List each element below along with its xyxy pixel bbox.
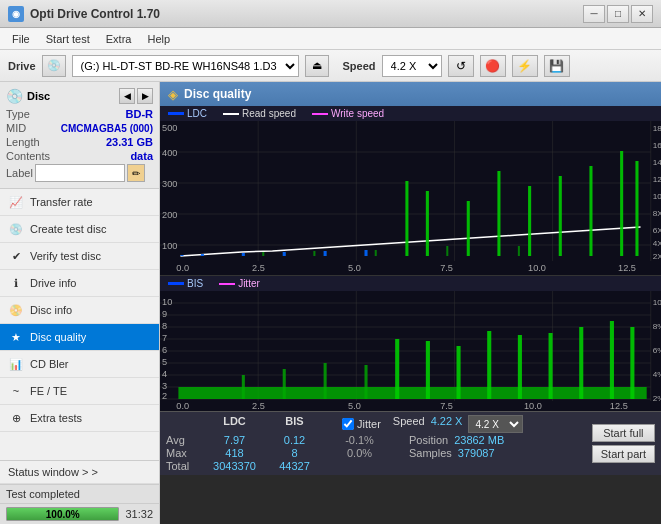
svg-text:2.5: 2.5 (252, 401, 265, 411)
create-test-disc-icon: 💿 (8, 221, 24, 237)
stats-max-label: Max (166, 447, 202, 459)
disc-section-title: Disc (27, 90, 50, 102)
jitter-checkbox[interactable] (342, 418, 354, 430)
sidebar-item-verify-test-disc[interactable]: ✔ Verify test disc (0, 243, 159, 270)
svg-text:4: 4 (162, 369, 167, 379)
legend-ldc: LDC (168, 108, 207, 119)
status-window-button[interactable]: Status window > > (0, 461, 159, 484)
sidebar-item-extra-tests[interactable]: ⊕ Extra tests (0, 405, 159, 432)
sidebar-item-create-test-disc[interactable]: 💿 Create test disc (0, 216, 159, 243)
svg-text:400: 400 (162, 148, 177, 158)
menu-file[interactable]: File (4, 31, 38, 47)
bottom-chart-svg: 10 9 8 7 6 5 4 3 2 10% 8% 6% 4% 2% 0.0 2… (160, 291, 661, 411)
sidebar-item-label: Extra tests (30, 412, 82, 424)
disc-prev-button[interactable]: ◀ (119, 88, 135, 104)
svg-text:4%: 4% (653, 370, 661, 379)
drive-eject-button[interactable]: ⏏ (305, 55, 329, 77)
stats-speed-header: Speed (393, 415, 425, 433)
stats-speed-value: 4.22 X (431, 415, 463, 433)
toolbar-btn-save[interactable]: 💾 (544, 55, 570, 77)
maximize-button[interactable]: □ (607, 5, 629, 23)
svg-text:5: 5 (162, 357, 167, 367)
stats-panel: LDC BIS Jitter Speed 4.22 X 4.2 X Avg (160, 411, 661, 475)
sidebar-item-transfer-rate[interactable]: 📈 Transfer rate (0, 189, 159, 216)
content-area: ◈ Disc quality LDC Read speed Write spee… (160, 82, 661, 524)
nav-section: 📈 Transfer rate 💿 Create test disc ✔ Ver… (0, 189, 159, 460)
sidebar-item-disc-info[interactable]: 📀 Disc info (0, 297, 159, 324)
svg-rect-41 (589, 166, 592, 256)
disc-quality-icon: ★ (8, 329, 24, 345)
disc-rows: Type BD-R MID CMCMAGBA5 (000) Length 23.… (6, 108, 153, 182)
svg-rect-36 (426, 191, 429, 256)
disc-section: 💿 Disc ◀ ▶ Type BD-R MID CMCMAGBA5 (000)… (0, 82, 159, 189)
top-chart-svg: 500 400 300 200 100 18X 16X 14X 12X 10X … (160, 121, 661, 276)
drive-select[interactable]: (G:) HL-DT-ST BD-RE WH16NS48 1.D3 (72, 55, 299, 77)
toolbar-btn-2[interactable]: 🔴 (480, 55, 506, 77)
disc-info-icon: 📀 (8, 302, 24, 318)
toolbar-btn-1[interactable]: ↺ (448, 55, 474, 77)
start-part-button[interactable]: Start part (592, 445, 655, 463)
stats-header-row: LDC BIS Jitter Speed 4.22 X 4.2 X (166, 415, 580, 433)
status-text: Test completed (6, 488, 153, 500)
svg-text:10: 10 (162, 297, 172, 307)
sidebar-item-label: Disc info (30, 304, 72, 316)
close-button[interactable]: ✕ (631, 5, 653, 23)
sidebar-item-label: Transfer rate (30, 196, 93, 208)
menu-help[interactable]: Help (139, 31, 178, 47)
svg-rect-34 (364, 250, 367, 256)
legend-jitter: Jitter (219, 278, 260, 289)
svg-rect-89 (549, 333, 553, 399)
svg-text:10.0: 10.0 (528, 263, 546, 273)
svg-rect-96 (364, 365, 367, 399)
content-header: ◈ Disc quality (160, 82, 661, 106)
minimize-button[interactable]: ─ (583, 5, 605, 23)
content-title: Disc quality (184, 87, 251, 101)
drivebar: Drive 💿 (G:) HL-DT-ST BD-RE WH16NS48 1.D… (0, 50, 661, 82)
stats-table: LDC BIS Jitter Speed 4.22 X 4.2 X Avg (160, 412, 586, 475)
disc-type-row: Type BD-R (6, 108, 153, 120)
svg-rect-35 (405, 181, 408, 256)
toolbar-btn-3[interactable]: ⚡ (512, 55, 538, 77)
sidebar-item-label: Drive info (30, 277, 76, 289)
stats-avg-bis: 0.12 (267, 434, 322, 446)
svg-rect-90 (579, 327, 583, 399)
disc-label-row: Label ✏ (6, 164, 153, 182)
stats-position-label: Position (409, 434, 448, 446)
svg-text:2.5: 2.5 (252, 263, 265, 273)
verify-test-disc-icon: ✔ (8, 248, 24, 264)
bottom-chart: 10 9 8 7 6 5 4 3 2 10% 8% 6% 4% 2% 0.0 2… (160, 291, 661, 411)
svg-rect-86 (457, 346, 461, 399)
svg-text:7.5: 7.5 (440, 401, 453, 411)
stats-bis-header: BIS (267, 415, 322, 433)
svg-text:0.0: 0.0 (176, 263, 189, 273)
menu-start-test[interactable]: Start test (38, 31, 98, 47)
progress-bar: 100.0% (6, 507, 119, 521)
legend-bis-label: BIS (187, 278, 203, 289)
speed-select-bottom[interactable]: 4.2 X (468, 415, 523, 433)
svg-text:100: 100 (162, 241, 177, 251)
sidebar-item-drive-info[interactable]: ℹ Drive info (0, 270, 159, 297)
speed-select[interactable]: 4.2 X (382, 55, 442, 77)
jitter-swatch (219, 283, 235, 285)
svg-rect-46 (375, 250, 377, 256)
stats-avg-jitter: -0.1% (322, 434, 397, 446)
sidebar-item-fe-te[interactable]: ~ FE / TE (0, 378, 159, 405)
menu-extra[interactable]: Extra (98, 31, 140, 47)
speed-label: Speed (343, 60, 376, 72)
sidebar-item-cd-bler[interactable]: 📊 CD Bler (0, 351, 159, 378)
svg-text:6%: 6% (653, 346, 661, 355)
svg-rect-85 (426, 341, 430, 399)
disc-next-button[interactable]: ▶ (137, 88, 153, 104)
disc-label-input[interactable] (35, 164, 125, 182)
svg-text:7: 7 (162, 333, 167, 343)
svg-rect-84 (395, 339, 399, 399)
stats-samples-value: 379087 (458, 447, 495, 459)
titlebar-left: ◉ Opti Drive Control 1.70 (8, 6, 160, 22)
svg-text:14X: 14X (653, 158, 661, 167)
disc-label-edit-button[interactable]: ✏ (127, 164, 145, 182)
disc-contents-row: Contents data (6, 150, 153, 162)
drive-eject-icon[interactable]: 💿 (42, 55, 66, 77)
sidebar-item-disc-quality[interactable]: ★ Disc quality (0, 324, 159, 351)
svg-text:2%: 2% (653, 394, 661, 403)
start-full-button[interactable]: Start full (592, 424, 655, 442)
